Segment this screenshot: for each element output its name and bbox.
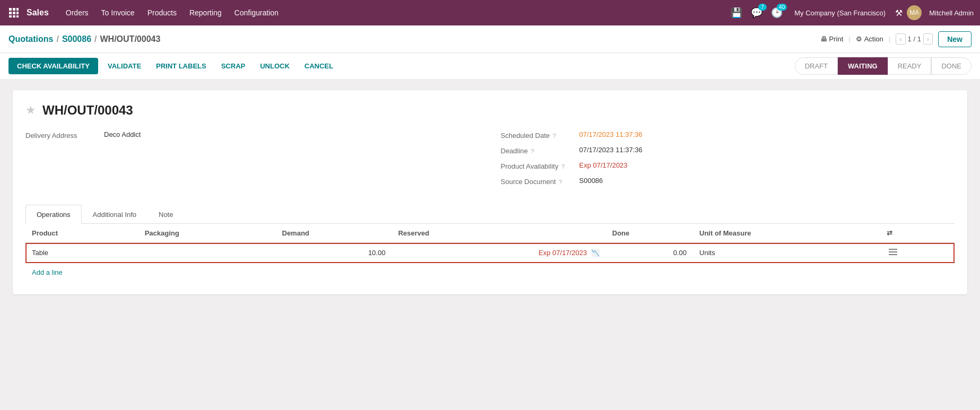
cell-row-actions	[880, 243, 955, 263]
breadcrumb-current: WH/OUT/00043	[100, 34, 161, 44]
cell-product[interactable]: Table	[25, 243, 138, 263]
support-icon[interactable]: 💾	[729, 5, 744, 21]
status-ready[interactable]: READY	[888, 57, 932, 75]
unlock-button[interactable]: UNLOCK	[255, 58, 295, 74]
nav-configuration[interactable]: Configuration	[228, 0, 285, 25]
deadline-value[interactable]: 07/17/2023 11:37:36	[579, 146, 643, 154]
record-name: WH/OUT/00043	[42, 103, 133, 118]
messages-icon[interactable]: 💬 7	[749, 5, 765, 21]
delivery-address-field: Delivery Address Deco Addict	[25, 130, 480, 139]
nav-to-invoice[interactable]: To Invoice	[95, 0, 141, 25]
source-document-help[interactable]: ?	[559, 179, 562, 185]
print-labels-button[interactable]: PRINT LABELS	[151, 58, 212, 74]
check-availability-button[interactable]: CHECK AVAILABILITY	[8, 58, 98, 74]
validate-button[interactable]: VALIDATE	[102, 58, 146, 74]
source-document-field: Source Document ? S00086	[501, 177, 955, 186]
new-button[interactable]: New	[938, 31, 972, 47]
status-waiting[interactable]: WAITING	[838, 57, 888, 75]
tabs: Operations Additional Info Note	[25, 205, 955, 224]
form-right: Scheduled Date ? 07/17/2023 11:37:36 Dea…	[501, 130, 955, 192]
product-availability-help[interactable]: ?	[561, 163, 565, 170]
product-availability-label: Product Availability ?	[501, 161, 575, 170]
add-line-button[interactable]: Add a line	[25, 263, 69, 282]
main-content: ★ WH/OUT/00043 Delivery Address Deco Add…	[0, 80, 980, 305]
scrap-button[interactable]: SCRAP	[216, 58, 251, 74]
deadline-field: Deadline ? 07/17/2023 11:37:36	[501, 146, 955, 155]
source-document-label: Source Document ?	[501, 177, 575, 186]
action-bar: CHECK AVAILABILITY VALIDATE PRINT LABELS…	[0, 53, 980, 80]
tab-additional-info[interactable]: Additional Info	[82, 205, 148, 224]
form-card: ★ WH/OUT/00043 Delivery Address Deco Add…	[13, 90, 967, 294]
action-button[interactable]: ⚙ Action	[856, 35, 883, 43]
delivery-address-label: Delivery Address	[25, 130, 100, 139]
scheduled-date-field: Scheduled Date ? 07/17/2023 11:37:36	[501, 130, 955, 139]
breadcrumb-s00086[interactable]: S00086	[62, 34, 91, 44]
company-name[interactable]: My Company (San Francisco)	[794, 9, 886, 17]
form-left: Delivery Address Deco Addict	[25, 130, 480, 192]
app-name[interactable]: Sales	[27, 8, 49, 18]
status-done[interactable]: DONE	[931, 57, 972, 75]
cancel-button[interactable]: CANCEL	[299, 58, 339, 74]
col-actions: ⇄	[880, 224, 955, 243]
tab-operations[interactable]: Operations	[25, 205, 82, 224]
col-done: Done	[606, 224, 693, 243]
scheduled-date-label: Scheduled Date ?	[501, 130, 575, 139]
svg-rect-3	[9, 12, 12, 14]
nav-products[interactable]: Products	[141, 0, 183, 25]
settings-icon[interactable]: ⚒	[895, 8, 903, 18]
status-draft[interactable]: DRAFT	[795, 57, 838, 75]
col-unit: Unit of Measure	[693, 224, 880, 243]
form-fields: Delivery Address Deco Addict Scheduled D…	[25, 130, 955, 192]
gear-icon: ⚙	[856, 35, 862, 43]
page-nav: ‹ 1 / 1 ›	[896, 33, 933, 45]
nav-reporting[interactable]: Reporting	[183, 0, 228, 25]
print-button[interactable]: 🖶 Print	[820, 35, 844, 43]
activities-badge: 40	[777, 4, 787, 11]
nav-orders[interactable]: Orders	[59, 0, 95, 25]
breadcrumb-quotations[interactable]: Quotations	[8, 34, 53, 44]
col-packaging: Packaging	[138, 224, 276, 243]
breadcrumb-actions: 🖶 Print | ⚙ Action | ‹ 1 / 1 › New	[820, 31, 972, 47]
apps-menu-icon[interactable]	[6, 5, 21, 20]
col-product: Product	[25, 224, 138, 243]
operations-table: Product Packaging Demand Reserved Done U…	[25, 224, 955, 263]
detail-view-icon[interactable]	[887, 247, 899, 259]
svg-rect-5	[16, 12, 19, 14]
user-name[interactable]: Mitchell Admin	[929, 9, 974, 17]
source-document-value: S00086	[579, 177, 603, 185]
record-title: ★ WH/OUT/00043	[25, 103, 955, 118]
svg-rect-4	[13, 12, 15, 14]
tab-note[interactable]: Note	[148, 205, 184, 224]
cell-packaging	[138, 243, 276, 263]
breadcrumb: Quotations / S00086 / WH/OUT/00043	[8, 34, 160, 44]
svg-rect-6	[9, 15, 12, 18]
forecast-chart-icon[interactable]: 📉	[591, 249, 600, 257]
cell-reserved: Exp 07/17/2023 📉	[392, 243, 605, 263]
user-avatar[interactable]: MA	[907, 5, 922, 20]
col-demand: Demand	[276, 224, 392, 243]
scheduled-date-value[interactable]: 07/17/2023 11:37:36	[579, 130, 643, 138]
table-row: Table 10.00 Exp 07/17/2023 📉 0.00 Units	[25, 243, 955, 263]
favorite-star-icon[interactable]: ★	[25, 103, 36, 117]
product-availability-value: Exp 07/17/2023	[579, 161, 628, 169]
adjust-columns-icon[interactable]: ⇄	[887, 229, 892, 237]
activities-icon[interactable]: 🕑 40	[769, 5, 785, 21]
delivery-address-value[interactable]: Deco Addict	[104, 130, 141, 138]
product-availability-field: Product Availability ? Exp 07/17/2023	[501, 161, 955, 170]
deadline-label: Deadline ?	[501, 146, 575, 155]
scheduled-date-help[interactable]: ?	[553, 133, 556, 139]
svg-rect-0	[9, 8, 12, 11]
col-reserved: Reserved	[392, 224, 605, 243]
deadline-help[interactable]: ?	[531, 148, 534, 154]
cell-done[interactable]: 0.00	[606, 243, 693, 263]
prev-page-button[interactable]: ‹	[896, 33, 905, 45]
action-separator: |	[848, 35, 850, 43]
cell-unit: Units	[693, 243, 880, 263]
printer-icon: 🖶	[820, 35, 827, 43]
svg-rect-2	[16, 8, 19, 11]
svg-rect-8	[16, 15, 19, 18]
page-info: 1 / 1	[908, 35, 921, 43]
next-page-button[interactable]: ›	[923, 33, 933, 45]
messages-badge: 7	[758, 4, 767, 11]
cell-demand[interactable]: 10.00	[276, 243, 392, 263]
